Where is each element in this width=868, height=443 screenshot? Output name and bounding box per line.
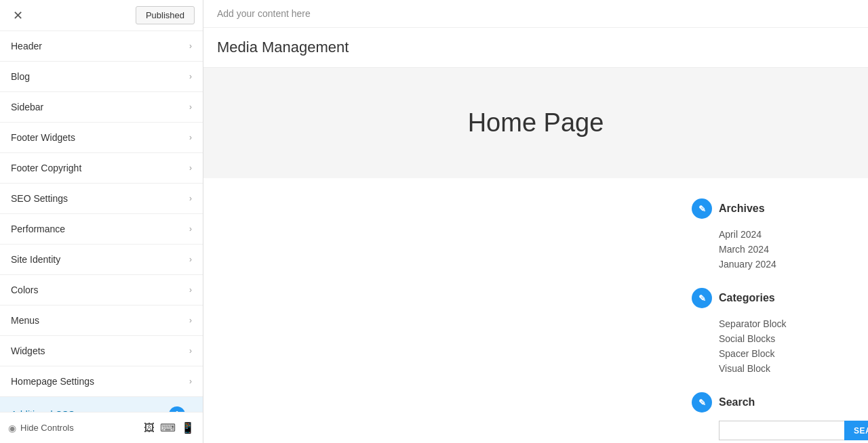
chevron-right-icon: › xyxy=(189,194,192,203)
nav-item-label: Site Identity xyxy=(11,254,60,265)
archive-link[interactable]: April 2024 xyxy=(719,229,762,240)
red-arrow-icon: ← xyxy=(151,407,165,413)
nav-item-footer-widgets[interactable]: Footer Widgets › xyxy=(0,123,203,153)
preview-content-area: ✎ Archives April 2024 March 2024 January… xyxy=(203,178,868,443)
nav-item-site-identity[interactable]: Site Identity › xyxy=(0,245,203,275)
archives-edit-icon: ✎ xyxy=(692,198,712,219)
chevron-right-icon: › xyxy=(189,72,192,81)
preview-panel: Add your content here Media Management H… xyxy=(203,0,868,443)
main-content xyxy=(217,198,671,443)
close-icon: ✕ xyxy=(13,8,23,23)
tablet-view-button[interactable]: ⌨ xyxy=(160,421,176,434)
preview-page-title: Media Management xyxy=(203,28,868,68)
add-content-bar: Add your content here xyxy=(203,0,868,28)
hide-controls-button[interactable]: ◉ Hide Controls xyxy=(8,423,74,434)
nav-item-homepage-settings[interactable]: Homepage Settings › xyxy=(0,366,203,397)
list-item: January 2024 xyxy=(719,257,854,272)
categories-edit-icon: ✎ xyxy=(692,288,712,308)
search-box: SEARCH xyxy=(692,421,854,440)
nav-item-additional-css[interactable]: Additional CSS ← 1 › xyxy=(0,397,203,412)
page-title-text: Media Management xyxy=(217,39,349,56)
list-item: Social Blocks xyxy=(719,331,854,346)
categories-widget: ✎ Categories Separator Block Social Bloc… xyxy=(692,288,854,376)
nav-item-sidebar[interactable]: Sidebar › xyxy=(0,92,203,123)
arrow-badge-container: ← 1 › xyxy=(151,406,192,412)
desktop-icon: 🖼 xyxy=(144,422,155,434)
nav-item-label: Homepage Settings xyxy=(11,376,94,387)
nav-item-label: Menus xyxy=(11,315,39,326)
chevron-right-icon: › xyxy=(189,41,192,51)
hero-title: Home Page xyxy=(217,108,854,138)
eye-icon: ◉ xyxy=(8,423,16,434)
preview-hero: Home Page xyxy=(203,68,868,178)
chevron-right-icon: › xyxy=(189,316,192,325)
archive-link[interactable]: March 2024 xyxy=(719,244,769,255)
categories-title-text: Categories xyxy=(719,292,775,304)
published-button[interactable]: Published xyxy=(136,6,195,24)
bottom-bar: ◉ Hide Controls 🖼 ⌨ 📱 xyxy=(0,412,203,443)
list-item: Separator Block xyxy=(719,316,854,331)
category-link[interactable]: Spacer Block xyxy=(719,348,774,359)
mobile-icon: 📱 xyxy=(181,421,195,434)
archive-link[interactable]: January 2024 xyxy=(719,259,776,270)
archives-widget: ✎ Archives April 2024 March 2024 January… xyxy=(692,198,854,272)
search-input[interactable] xyxy=(719,421,844,440)
category-link[interactable]: Separator Block xyxy=(719,318,787,329)
chevron-right-icon: › xyxy=(189,163,192,173)
nav-item-label: Blog xyxy=(11,71,30,82)
nav-item-colors[interactable]: Colors › xyxy=(0,275,203,305)
list-item: Spacer Block xyxy=(719,346,854,361)
nav-item-label: Colors xyxy=(11,284,38,295)
customizer-panel: ✕ Published Header › Blog › Sidebar › Fo… xyxy=(0,0,203,443)
nav-item-label: Footer Copyright xyxy=(11,163,81,173)
nav-item-performance[interactable]: Performance › xyxy=(0,214,203,245)
chevron-right-icon: › xyxy=(189,346,192,356)
archives-title-text: Archives xyxy=(719,203,765,215)
nav-item-blog[interactable]: Blog › xyxy=(0,62,203,92)
nav-item-header[interactable]: Header › xyxy=(0,31,203,62)
nav-item-seo-settings[interactable]: SEO Settings › xyxy=(0,184,203,214)
nav-item-label: Header xyxy=(11,41,42,51)
category-link[interactable]: Social Blocks xyxy=(719,333,775,344)
archives-links: April 2024 March 2024 January 2024 xyxy=(692,227,854,272)
chevron-right-icon: › xyxy=(189,285,192,295)
nav-item-menus[interactable]: Menus › xyxy=(0,305,203,336)
search-title-text: Search xyxy=(719,396,755,408)
desktop-view-button[interactable]: 🖼 xyxy=(144,421,155,434)
categories-widget-title: ✎ Categories xyxy=(692,288,854,308)
chevron-right-icon: › xyxy=(189,102,192,112)
chevron-right-icon: › xyxy=(189,133,192,142)
nav-item-footer-copyright[interactable]: Footer Copyright › xyxy=(0,153,203,184)
nav-item-label: Widgets xyxy=(11,345,45,356)
nav-item-label: Performance xyxy=(11,224,65,234)
search-edit-icon: ✎ xyxy=(692,392,712,413)
nav-list: Header › Blog › Sidebar › Footer Widgets… xyxy=(0,31,203,412)
nav-item-label: Sidebar xyxy=(11,102,43,112)
list-item: April 2024 xyxy=(719,227,854,242)
hide-controls-label: Hide Controls xyxy=(20,423,74,433)
nav-item-widgets[interactable]: Widgets › xyxy=(0,336,203,366)
view-controls: 🖼 ⌨ 📱 xyxy=(144,421,195,434)
badge-count: 1 xyxy=(169,406,185,412)
archives-widget-title: ✎ Archives xyxy=(692,198,854,219)
list-item: Visual Block xyxy=(719,361,854,376)
chevron-right-icon: › xyxy=(189,224,192,234)
category-link[interactable]: Visual Block xyxy=(719,363,770,374)
chevron-right-icon: › xyxy=(189,377,192,386)
search-widget: ✎ Search SEARCH xyxy=(692,392,854,440)
close-button[interactable]: ✕ xyxy=(8,6,27,25)
search-widget-title: ✎ Search xyxy=(692,392,854,413)
mobile-view-button[interactable]: 📱 xyxy=(181,421,195,434)
search-button[interactable]: SEARCH xyxy=(844,421,868,440)
nav-item-label: Footer Widgets xyxy=(11,132,75,143)
nav-item-label: SEO Settings xyxy=(11,193,68,204)
top-bar: ✕ Published xyxy=(0,0,203,31)
add-content-text: Add your content here xyxy=(217,8,311,19)
list-item: March 2024 xyxy=(719,242,854,257)
tablet-icon: ⌨ xyxy=(160,421,176,434)
chevron-right-icon: › xyxy=(189,255,192,264)
sidebar-widgets: ✎ Archives April 2024 March 2024 January… xyxy=(692,198,854,443)
categories-links: Separator Block Social Blocks Spacer Blo… xyxy=(692,316,854,376)
